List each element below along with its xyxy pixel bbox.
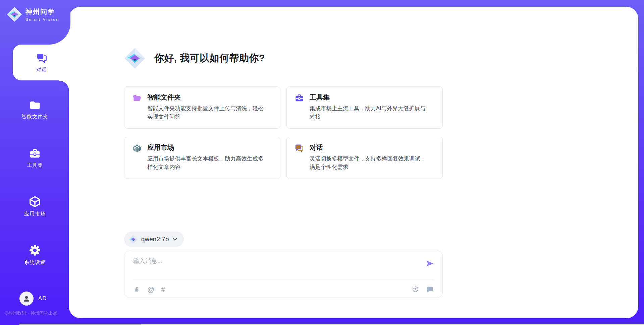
card-title: 工具集: [310, 93, 330, 102]
history-button[interactable]: [412, 285, 419, 293]
brand-gem-icon: [7, 7, 22, 22]
sidebar-item-label: 对话: [36, 67, 47, 73]
chat-icon: [36, 52, 48, 64]
toolbox-icon: [29, 148, 41, 159]
attach-button[interactable]: [133, 286, 141, 293]
brand-name: 神州问学: [25, 7, 59, 16]
card-smart-folder[interactable]: 智能文件夹 智能文件夹功能支持批量文件上传与清洗，轻松实现文件问答: [124, 86, 280, 129]
sidebar-item-app-market[interactable]: 应用市场: [0, 196, 70, 217]
sidebar-item-smart-folder[interactable]: 智能文件夹: [0, 99, 70, 120]
sidebar-item-label: 系统设置: [24, 259, 46, 266]
sidebar-item-label: 智能文件夹: [21, 114, 48, 120]
cube-icon: [29, 196, 41, 208]
history-icon: [412, 285, 419, 293]
scrollbar-thumb[interactable]: [19, 324, 141, 325]
folder-icon: [29, 99, 41, 111]
person-icon: [22, 294, 31, 303]
card-title: 对话: [310, 143, 323, 152]
card-description: 智能文件夹功能支持批量文件上传与清洗，轻松实现文件问答: [147, 104, 269, 121]
card-toolset[interactable]: 工具集 集成市场上主流工具，助力AI与外界无缝扩展与对接: [286, 86, 443, 129]
composer-right-tools: [412, 285, 434, 293]
composer-divider: [133, 279, 434, 279]
model-name: qwen2:7b: [141, 236, 169, 243]
sidebar-item-toolset[interactable]: 工具集: [0, 148, 70, 169]
conversation-button[interactable]: [426, 285, 434, 293]
greeting-gem-icon: [124, 48, 146, 69]
user-initials: AD: [38, 295, 47, 302]
send-icon: [425, 259, 434, 268]
card-chat[interactable]: 对话 灵活切换多模型文件，支持多样回复效果调试，满足个性化需求: [286, 137, 443, 179]
card-app-market[interactable]: 应用市场 应用市场提供丰富长文本模板，助力高效生成多样化文章内容: [124, 137, 280, 179]
feature-cards: 智能文件夹 智能文件夹功能支持批量文件上传与清洗，轻松实现文件问答 工具集 集成…: [124, 86, 443, 179]
sidebar-item-chat[interactable]: 对话: [13, 45, 70, 80]
horizontal-scrollbar[interactable]: [19, 324, 644, 325]
greeting: 你好, 我可以如何帮助你?: [124, 48, 265, 69]
toolbox-icon: [295, 93, 304, 103]
card-title: 智能文件夹: [147, 93, 181, 102]
chat-icon: [295, 144, 304, 153]
model-gem-icon: [129, 235, 138, 244]
paperclip-icon: [133, 286, 141, 293]
brand-subtitle: Smart Vision: [25, 17, 59, 21]
brand-logo: 神州问学 Smart Vision: [7, 7, 59, 22]
greeting-text: 你好, 我可以如何帮助你?: [154, 52, 265, 65]
avatar: [19, 291, 34, 306]
message-composer: @ #: [124, 251, 443, 298]
model-selector[interactable]: qwen2:7b: [124, 232, 184, 247]
card-description: 集成市场上主流工具，助力AI与外界无缝扩展与对接: [310, 104, 431, 121]
folder-open-icon: [132, 93, 142, 103]
tab-fillet-shape: [59, 80, 69, 90]
card-title: 应用市场: [147, 143, 174, 152]
chat-bubble-icon: [426, 285, 434, 293]
composer-toolbar: @ #: [133, 285, 434, 293]
card-description: 应用市场提供丰富长文本模板，助力高效生成多样化文章内容: [147, 154, 269, 171]
mention-button[interactable]: @: [147, 286, 154, 293]
sidebar-item-settings[interactable]: 系统设置: [0, 244, 70, 266]
app-root: { "brand": { "name": "神州问学", "subtitle":…: [0, 0, 644, 325]
message-input[interactable]: [133, 257, 408, 276]
user-account[interactable]: AD: [19, 291, 47, 306]
sidebar-item-label: 应用市场: [24, 211, 46, 217]
market-cube-icon: [132, 144, 142, 153]
send-button[interactable]: [425, 259, 434, 268]
gear-icon: [29, 244, 41, 256]
card-description: 灵活切换多模型文件，支持多样回复效果调试，满足个性化需求: [310, 154, 431, 171]
copyright-text: ©神州数码 · 神州问学出品: [5, 310, 57, 316]
composer-left-tools: @ #: [133, 286, 165, 293]
chevron-down-icon: [172, 237, 178, 242]
sidebar-item-label: 工具集: [27, 162, 43, 169]
hashtag-button[interactable]: #: [161, 286, 165, 293]
